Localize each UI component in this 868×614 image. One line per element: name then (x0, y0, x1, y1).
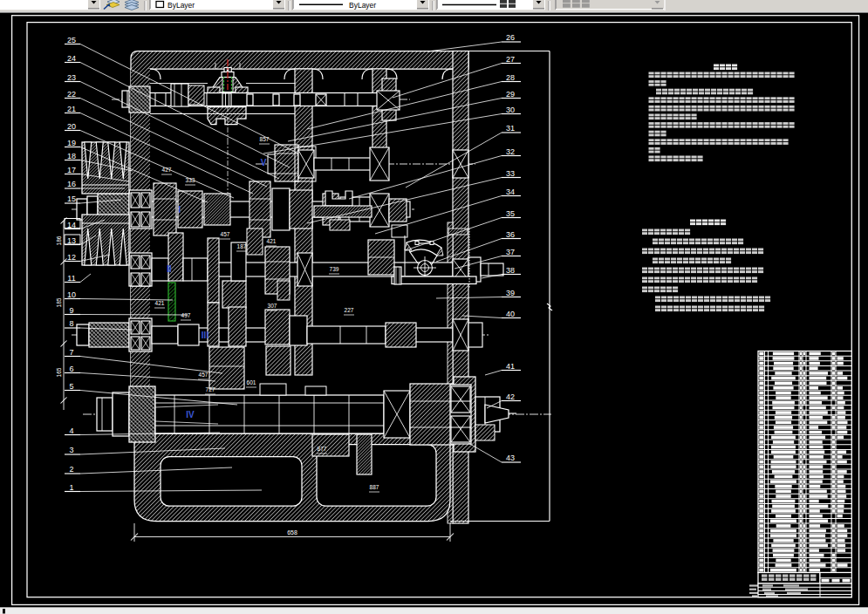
svg-text:33: 33 (506, 169, 515, 178)
svg-text:42: 42 (506, 392, 515, 401)
svg-text:2: 2 (69, 465, 73, 474)
svg-text:9: 9 (69, 306, 73, 315)
svg-text:28: 28 (506, 73, 515, 82)
svg-text:3: 3 (69, 446, 73, 454)
svg-text:12: 12 (67, 253, 76, 262)
svg-text:29: 29 (506, 90, 515, 99)
svg-text:38: 38 (506, 266, 515, 275)
svg-text:333: 333 (186, 177, 195, 183)
svg-text:36: 36 (506, 230, 515, 239)
svg-text:32: 32 (506, 147, 515, 156)
svg-text:17: 17 (67, 166, 76, 174)
svg-text:427: 427 (162, 167, 172, 173)
svg-text:23: 23 (67, 73, 76, 82)
svg-text:41: 41 (506, 362, 515, 371)
svg-text:11: 11 (67, 274, 75, 283)
svg-text:34: 34 (506, 188, 515, 196)
svg-text:16: 16 (67, 180, 76, 188)
svg-text:187: 187 (237, 243, 247, 249)
svg-text:5: 5 (69, 382, 73, 391)
svg-text:739: 739 (330, 266, 339, 272)
svg-text:658: 658 (287, 529, 297, 536)
svg-text:25: 25 (67, 36, 76, 44)
svg-text:877: 877 (318, 446, 327, 452)
svg-text:7: 7 (69, 348, 73, 357)
svg-text:22: 22 (67, 90, 76, 99)
svg-text:ByLayer: ByLayer (349, 1, 376, 10)
svg-text:857: 857 (260, 136, 270, 142)
svg-text:185: 185 (56, 297, 62, 307)
svg-text:21: 21 (67, 105, 76, 113)
svg-text:IV: IV (186, 410, 195, 420)
svg-text:26: 26 (506, 33, 515, 42)
svg-text:165: 165 (56, 367, 62, 377)
svg-text:III: III (202, 331, 209, 340)
svg-text:35: 35 (506, 209, 515, 218)
svg-text:V: V (261, 158, 267, 167)
svg-text:15: 15 (67, 194, 76, 203)
svg-text:18: 18 (67, 152, 76, 160)
svg-text:37: 37 (506, 248, 515, 256)
svg-text:227: 227 (345, 307, 354, 313)
svg-text:887: 887 (370, 484, 379, 490)
svg-text:4: 4 (69, 426, 73, 435)
svg-text:457: 457 (221, 231, 230, 237)
svg-text:307: 307 (268, 303, 277, 309)
svg-text:39: 39 (506, 289, 515, 297)
svg-text:19: 19 (67, 139, 76, 147)
svg-text:1: 1 (69, 483, 73, 492)
svg-text:601: 601 (247, 379, 256, 385)
svg-text:497: 497 (181, 312, 191, 318)
svg-text:30: 30 (506, 106, 515, 114)
svg-text:10: 10 (67, 290, 76, 299)
svg-text:20: 20 (67, 122, 76, 131)
svg-text:727: 727 (206, 386, 215, 392)
svg-text:421: 421 (155, 300, 165, 306)
svg-text:43: 43 (506, 454, 515, 462)
svg-text:40: 40 (506, 310, 515, 318)
svg-text:421: 421 (267, 238, 277, 244)
svg-text:31: 31 (506, 124, 515, 133)
svg-text:I: I (179, 205, 181, 215)
svg-text:ByLayer: ByLayer (167, 1, 195, 10)
svg-text:13: 13 (67, 236, 76, 245)
svg-text:II: II (167, 264, 172, 274)
svg-text:8: 8 (69, 319, 73, 328)
svg-text:457: 457 (199, 372, 208, 378)
svg-text:6: 6 (69, 365, 73, 373)
svg-text:186: 186 (56, 235, 62, 245)
svg-text:27: 27 (506, 55, 515, 64)
svg-text:24: 24 (67, 54, 76, 63)
